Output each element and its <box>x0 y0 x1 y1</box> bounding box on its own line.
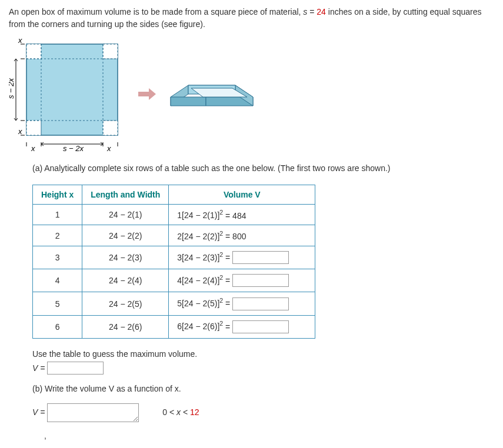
part-b-label: V = <box>32 407 47 417</box>
equals-sign: = <box>223 322 232 331</box>
intro-part1: An open box of maximum volume is to be m… <box>9 7 303 16</box>
col-vol: Volume V <box>169 185 315 204</box>
table-row: 424 − 2(4)4[24 − 2(4)]2 = <box>33 269 315 292</box>
part-b-domain: 0 < x < 12 <box>162 406 199 420</box>
figure-row: x x s − 2x x x s − 2x <box>9 35 497 153</box>
cell-height: 2 <box>33 225 82 246</box>
fig-s2x-h: s − 2x <box>63 144 84 153</box>
volume-result: = 800 <box>223 232 246 241</box>
flat-square-figure: x x s − 2x x x s − 2x <box>9 35 126 153</box>
volume-expr: 2[24 − 2(2)]2 <box>177 232 223 241</box>
svg-rect-4 <box>103 121 118 135</box>
volume-table: Height x Length and Width Volume V 124 −… <box>32 185 315 339</box>
volume-expr: 3[24 − 2(3)]2 <box>177 253 223 262</box>
cell-lw: 24 − 2(5) <box>82 292 169 315</box>
table-row: 624 − 2(6)6[24 − 2(6)]2 = <box>33 315 315 338</box>
cell-volume: 1[24 − 2(1)]2 = 484 <box>169 204 315 225</box>
table-row: 224 − 2(2)2[24 − 2(2)]2 = 800 <box>33 225 315 246</box>
cell-volume: 2[24 − 2(2)]2 = 800 <box>169 225 315 246</box>
box-figure <box>168 65 256 123</box>
guess-text: Use the table to guess the maximum volum… <box>32 349 197 359</box>
cell-lw: 24 − 2(2) <box>82 225 169 246</box>
problem-intro: An open box of maximum volume is to be m… <box>9 6 497 31</box>
volume-result: = 484 <box>223 210 246 220</box>
arrow-icon <box>138 88 156 100</box>
fig-x-b1: x <box>31 144 35 153</box>
table-row: 524 − 2(5)5[24 − 2(5)]2 = <box>33 292 315 315</box>
table-row: 324 − 2(3)3[24 − 2(3)]2 = <box>33 246 315 269</box>
fig-s2x-v: s − 2x <box>9 78 15 99</box>
volume-expr: 4[24 − 2(4)]2 <box>177 276 223 285</box>
equals-sign: = <box>223 253 232 262</box>
equals-sign: = <box>223 299 232 308</box>
svg-marker-24 <box>171 97 206 106</box>
part-b-text: (b) Write the volume V as a function of … <box>32 382 497 396</box>
cell-volume: 4[24 − 2(4)]2 = <box>169 269 315 292</box>
cell-volume: 5[24 − 2(5)]2 = <box>169 292 315 315</box>
volume-input[interactable] <box>232 320 289 333</box>
fig-x-b2: x <box>106 144 111 153</box>
cell-lw: 24 − 2(3) <box>82 246 169 269</box>
part-b-answer-row: V = 0 < x < 12 <box>32 403 497 422</box>
cell-lw: 24 − 2(1) <box>82 204 169 225</box>
col-lw: Length and Width <box>82 185 169 204</box>
volume-input[interactable] <box>232 274 289 287</box>
svg-rect-1 <box>26 44 41 59</box>
fig-x-bl: x <box>18 127 22 136</box>
cell-height: 1 <box>33 204 82 225</box>
guess-label: V = <box>32 363 47 373</box>
cell-height: 6 <box>33 315 82 338</box>
comma-mark: , <box>44 429 497 443</box>
part-a-text: (a) Analytically complete six rows of a … <box>32 162 497 176</box>
cell-height: 4 <box>33 269 82 292</box>
intro-s-value: 24 <box>317 7 326 16</box>
cell-volume: 3[24 − 2(3)]2 = <box>169 246 315 269</box>
svg-rect-19 <box>138 92 149 96</box>
guess-section: Use the table to guess the maximum volum… <box>32 347 497 376</box>
cell-height: 3 <box>33 246 82 269</box>
volume-expr: 6[24 − 2(6)]2 <box>177 322 223 331</box>
svg-rect-3 <box>26 121 41 135</box>
volume-input[interactable] <box>232 297 289 310</box>
part-b-input[interactable] <box>47 403 139 422</box>
cell-volume: 6[24 − 2(6)]2 = <box>169 315 315 338</box>
volume-expr: 1[24 − 2(1)]2 <box>177 210 223 220</box>
fig-x-tl: x <box>18 36 22 45</box>
equals-sign: = <box>223 276 232 285</box>
col-height: Height x <box>33 185 82 204</box>
cell-lw: 24 − 2(4) <box>82 269 169 292</box>
svg-rect-2 <box>103 44 118 59</box>
guess-input[interactable] <box>47 362 104 375</box>
volume-expr: 5[24 − 2(5)]2 <box>177 299 223 308</box>
table-row: 124 − 2(1)1[24 − 2(1)]2 = 484 <box>33 204 315 225</box>
svg-marker-20 <box>149 88 156 100</box>
cell-lw: 24 − 2(6) <box>82 315 169 338</box>
intro-eq: = <box>307 7 317 16</box>
cell-height: 5 <box>33 292 82 315</box>
volume-input[interactable] <box>232 251 289 264</box>
